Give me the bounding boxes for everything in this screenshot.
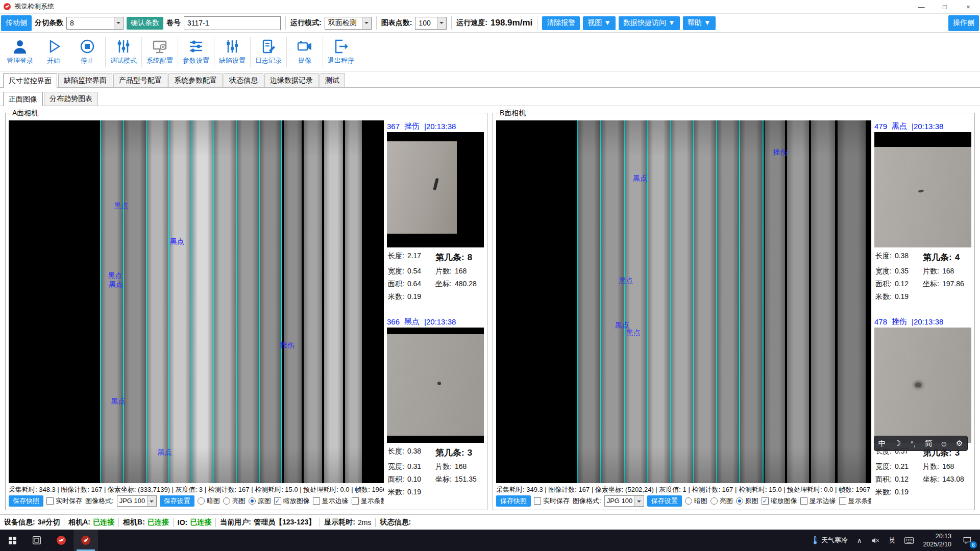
slit-boundary-line — [146, 120, 147, 483]
tab-defect-monitor[interactable]: 缺陷监控界面 — [58, 73, 112, 87]
stat-value: 0.19 — [407, 488, 421, 496]
combo-arrow-icon — [362, 17, 371, 29]
stat-value: 0.12 — [895, 475, 909, 483]
realtime-save-checkbox[interactable]: 实时保存 — [46, 496, 82, 506]
debug-sliders-icon — [115, 38, 132, 55]
maximize-button[interactable]: □ — [933, 0, 957, 13]
tray-expand-chevron[interactable]: ∧ — [853, 530, 866, 551]
quick-data-access-menu-button[interactable]: 数据快捷访问 ▼ — [619, 16, 680, 30]
touch-keyboard-button[interactable] — [900, 530, 918, 551]
stat-value: 0.19 — [895, 292, 909, 300]
defect-thumbnail[interactable] — [387, 132, 484, 247]
stop-button[interactable]: 停止 — [70, 34, 104, 70]
tab-distribution-trend-chart[interactable]: 分布趋势图表 — [44, 92, 98, 106]
save-snapshot-button[interactable]: 保存快照 — [496, 495, 531, 507]
chart-points-select[interactable]: 100 — [415, 17, 447, 30]
slit-boundary-line — [763, 120, 764, 483]
zoom-image-checkbox[interactable]: 缩放图像 — [762, 496, 797, 506]
save-settings-button[interactable]: 保存设置 — [647, 495, 682, 507]
ime-emoji-icon[interactable]: ☺ — [939, 439, 949, 448]
save-snapshot-button[interactable]: 保存快照 — [9, 495, 43, 507]
exit-program-button[interactable]: 退出程序 — [324, 34, 358, 70]
zoom-image-checkbox[interactable]: 缩放图像 — [274, 496, 310, 506]
dark-image-radio[interactable]: 暗图 — [685, 496, 707, 506]
start-button[interactable]: 开始 — [37, 34, 70, 70]
defect-header[interactable]: 367 挫伤 |20:13:38 — [387, 120, 484, 132]
system-config-button[interactable]: 系统配置 — [143, 34, 177, 70]
defect-photo-region — [387, 334, 484, 436]
action-center-button[interactable]: 6 — [957, 530, 978, 551]
drive-side-button[interactable]: 传动侧 — [1, 15, 32, 31]
tab-edge-data-record[interactable]: 边缘数据记录 — [264, 73, 318, 87]
input-language-indicator[interactable]: 英 — [885, 530, 899, 551]
run-mode-select[interactable]: 双面检测 — [325, 17, 372, 30]
ime-settings-gear-icon[interactable]: ⚙ — [954, 439, 965, 448]
minimize-button[interactable]: — — [910, 0, 933, 13]
taskbar-app-vision-system[interactable] — [74, 530, 98, 551]
help-menu-button[interactable]: 帮助 ▼ — [683, 16, 716, 30]
show-strip-count-checkbox[interactable]: 显示条数 — [352, 496, 384, 506]
show-edge-checkbox[interactable]: 显示边缘 — [313, 496, 349, 506]
volume-muted-button[interactable] — [867, 530, 884, 551]
operate-side-button[interactable]: 操作侧 — [948, 15, 979, 31]
stat-value: 0.12 — [895, 280, 909, 288]
tab-size-monitor[interactable]: 尺寸监控界面 — [3, 73, 57, 88]
original-image-radio[interactable]: 原图 — [736, 496, 758, 506]
admin-login-button[interactable]: 管理登录 — [3, 34, 37, 70]
defect-overlay-label: 黑点 — [114, 202, 129, 211]
defect-overlay-label: 挫伤 — [280, 341, 295, 350]
slit-count-select[interactable]: 8 — [66, 17, 124, 30]
view-menu-button[interactable]: 视图 ▼ — [583, 16, 616, 30]
tab-front-image[interactable]: 正面图像 — [3, 92, 43, 106]
tab-test[interactable]: 测试 — [320, 73, 345, 87]
roll-number-input[interactable] — [184, 16, 281, 30]
ime-fullwidth-moon-icon[interactable]: ☽ — [892, 439, 902, 448]
capture-image-button[interactable]: 提像 — [288, 34, 322, 70]
show-edge-checkbox[interactable]: 显示边缘 — [800, 496, 836, 506]
image-format-select[interactable]: JPG 100 — [117, 495, 157, 507]
bright-image-radio[interactable]: 亮图 — [223, 496, 246, 506]
radio-icon — [198, 497, 205, 505]
show-strip-count-checkbox[interactable]: 显示条数 — [839, 496, 871, 506]
pinned-app-icon[interactable] — [49, 530, 74, 551]
confirm-count-button[interactable]: 确认条数 — [127, 17, 163, 30]
close-button[interactable]: × — [957, 0, 980, 13]
defect-header[interactable]: 479 黑点 |20:13:38 — [874, 120, 971, 132]
ime-punctuation-toggle[interactable]: °, — [908, 439, 918, 448]
defect-header[interactable]: 478 挫伤 |20:13:38 — [874, 316, 971, 328]
start-button[interactable] — [0, 530, 24, 551]
log-record-button[interactable]: 日志记录 — [252, 34, 285, 70]
clear-alarm-button[interactable]: 清除报警 — [542, 16, 580, 30]
dark-image-radio[interactable]: 暗图 — [198, 496, 220, 506]
tab-product-model-config[interactable]: 产品型号配置 — [113, 73, 167, 87]
taskbar-clock[interactable]: 20:13 2025/2/10 — [919, 530, 955, 551]
defect-settings-button[interactable]: 缺陷设置 — [215, 34, 249, 70]
stat-label: 片数: — [923, 267, 939, 276]
weather-widget[interactable]: 天气寒冷 — [807, 530, 852, 551]
defect-header[interactable]: 366 黑点 |20:13:38 — [387, 316, 484, 328]
realtime-save-checkbox[interactable]: 实时保存 — [534, 496, 570, 506]
tab-system-parameter-config[interactable]: 系统参数配置 — [168, 73, 223, 87]
checkbox-icon — [313, 497, 320, 505]
checkbox-icon — [762, 497, 769, 505]
ime-simplified-toggle[interactable]: 简 — [923, 439, 934, 448]
stat-value: 0.10 — [407, 475, 421, 483]
task-view-button[interactable] — [24, 530, 49, 551]
save-settings-button[interactable]: 保存设置 — [160, 495, 194, 507]
speaker-mute-icon — [871, 536, 879, 545]
defect-id: 366 — [387, 317, 400, 326]
original-image-radio[interactable]: 原图 — [249, 496, 271, 506]
ime-mode-chinese[interactable]: 中 — [877, 439, 887, 448]
defect-thumbnail[interactable] — [387, 328, 484, 443]
defect-thumbnail[interactable] — [874, 328, 971, 443]
camera-a-image[interactable]: 黑点黑点黑点黑点挫伤黑点黑点 — [9, 120, 384, 483]
slit-boundary-line — [624, 120, 625, 483]
image-format-select[interactable]: JPG 100 — [604, 495, 644, 507]
tab-status-info[interactable]: 状态信息 — [224, 73, 263, 87]
debug-mode-button[interactable]: 调试模式 — [107, 34, 140, 70]
parameter-settings-button[interactable]: 参数设置 — [179, 34, 213, 70]
bright-image-radio[interactable]: 亮图 — [710, 496, 733, 506]
camera-b-image[interactable]: 挫伤黑点黑点黑点黑点 — [496, 120, 871, 483]
toolbar-separator — [451, 16, 452, 30]
defect-thumbnail[interactable] — [874, 132, 971, 247]
